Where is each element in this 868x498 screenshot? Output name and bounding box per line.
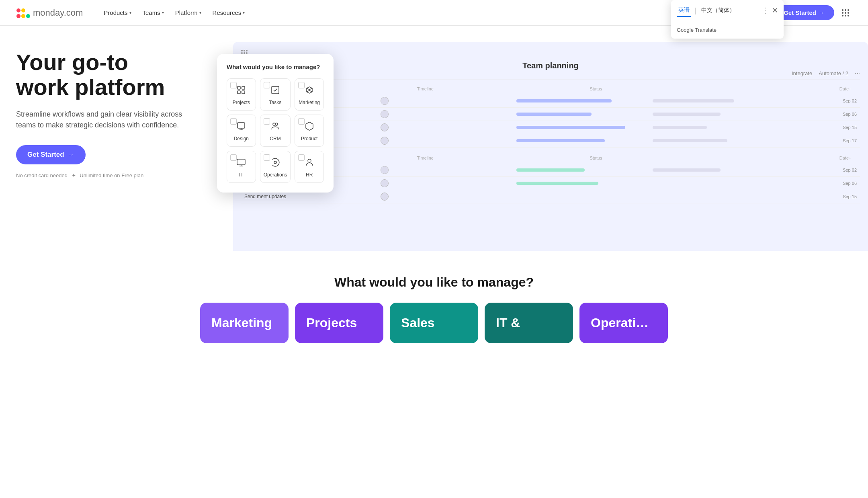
manage-item-tasks[interactable]: Tasks: [260, 78, 291, 111]
category-card-operations[interactable]: Operati…: [579, 303, 668, 343]
translate-popup: 英语 | 中文（简体） ⋮ ✕ Google Translate: [671, 0, 784, 39]
hero-title: Your go-towork platform: [16, 50, 209, 99]
hr-icon: [303, 156, 316, 169]
nav-item-resources[interactable]: Resources ▾: [208, 6, 250, 19]
manage-item-it[interactable]: IT: [227, 151, 256, 183]
chevron-down-icon: ▾: [129, 10, 131, 15]
translate-tab-english[interactable]: 英语: [677, 4, 691, 17]
dashboard-title: Team planning: [241, 61, 860, 70]
table-row: ff materials Sep 02: [241, 94, 860, 108]
tab-automate[interactable]: Automate / 2: [819, 70, 848, 76]
table-row: urces Sep 15: [241, 121, 860, 134]
svg-point-4: [21, 8, 25, 12]
translate-actions: ⋮ ✕: [762, 6, 778, 15]
svg-rect-16: [237, 91, 240, 94]
projects-icon: [235, 84, 248, 96]
svg-point-12: [845, 15, 846, 16]
manage-checkbox[interactable]: [298, 154, 305, 161]
manage-item-hr[interactable]: HR: [295, 151, 324, 183]
svg-point-9: [845, 12, 846, 14]
manage-item-label: IT: [239, 172, 244, 178]
table-row: Sep 06: [241, 177, 860, 190]
manage-checkbox[interactable]: [264, 82, 270, 88]
svg-rect-19: [237, 123, 245, 128]
svg-point-2: [26, 14, 30, 18]
translate-body: Google Translate: [671, 21, 784, 39]
manage-item-label: Design: [234, 136, 249, 141]
svg-point-0: [16, 14, 20, 18]
category-card-projects[interactable]: Projects: [295, 303, 383, 343]
manage-item-label: Projects: [233, 100, 250, 105]
translate-more-button[interactable]: ⋮: [762, 6, 769, 15]
chevron-down-icon: ▾: [199, 10, 201, 15]
svg-point-7: [848, 9, 849, 11]
bottom-section: What would you like to manage? Marketing…: [0, 251, 868, 343]
category-card-marketing[interactable]: Marketing: [200, 303, 289, 343]
category-cards: Marketing Projects Sales IT & Operati…: [16, 303, 852, 343]
svg-point-23: [274, 161, 276, 164]
manage-item-marketing[interactable]: Marketing: [295, 78, 324, 111]
tasks-icon: [269, 84, 282, 96]
category-card-title: Projects: [306, 316, 357, 330]
manage-checkbox[interactable]: [230, 154, 237, 161]
manage-item-label: Operations: [264, 172, 287, 178]
category-card-title: Operati…: [591, 316, 649, 330]
manage-checkbox[interactable]: [230, 82, 237, 88]
chevron-down-icon: ▾: [162, 10, 164, 15]
svg-point-13: [848, 15, 849, 16]
nav-item-products[interactable]: Products ▾: [99, 6, 136, 19]
manage-item-label: Marketing: [299, 100, 320, 105]
operations-icon: [269, 156, 282, 169]
category-card-it[interactable]: IT &: [485, 303, 573, 343]
category-card-title: Marketing: [211, 316, 272, 330]
svg-point-24: [308, 159, 311, 162]
manage-checkbox[interactable]: [264, 118, 270, 125]
design-icon: [235, 120, 248, 133]
translate-close-button[interactable]: ✕: [772, 6, 778, 15]
manage-item-product[interactable]: Product: [295, 115, 324, 147]
manage-grid: Projects Tasks Marketing: [227, 78, 324, 183]
manage-item-label: Tasks: [269, 100, 282, 105]
nav-links: Products ▾ Teams ▾ Platform ▾ Resources …: [99, 6, 751, 19]
nav-item-teams[interactable]: Teams ▾: [138, 6, 169, 19]
manage-item-label: HR: [306, 172, 313, 178]
manage-checkbox[interactable]: [298, 82, 305, 88]
crm-icon: [269, 120, 282, 133]
translate-divider: |: [694, 6, 696, 15]
table-row: Send ment updates Sep 15: [241, 190, 860, 203]
apps-grid-icon[interactable]: [839, 6, 852, 19]
hero-subtitle: Streamline workflows and gain clear visi…: [16, 109, 185, 131]
svg-point-10: [848, 12, 849, 14]
manage-checkbox[interactable]: [298, 118, 305, 125]
dashboard-tabs: Gantt Kanban + Integrate Automate / 2 ⋯: [241, 70, 860, 80]
dashboard-cols: Owner Timeline Status Date +: [241, 86, 860, 91]
svg-point-1: [21, 14, 25, 18]
hero-section: Your go-towork platform Streamline workf…: [0, 26, 868, 251]
manage-checkbox[interactable]: [230, 118, 237, 125]
manage-item-design[interactable]: Design: [227, 115, 256, 147]
manage-item-operations[interactable]: Operations: [260, 151, 291, 183]
manage-item-crm[interactable]: CRM: [260, 115, 291, 147]
nav-item-platform[interactable]: Platform ▾: [170, 6, 206, 19]
manage-item-projects[interactable]: Projects: [227, 78, 256, 111]
table-row: plan Sep 17: [241, 134, 860, 148]
translate-tab-chinese[interactable]: 中文（简体）: [700, 4, 737, 16]
hero-get-started-button[interactable]: Get Started →: [16, 145, 86, 164]
logo[interactable]: monday.com: [16, 7, 83, 18]
manage-dialog: What would you like to manage? Projects …: [217, 54, 334, 193]
svg-rect-14: [237, 86, 240, 89]
svg-rect-17: [242, 91, 245, 94]
logo-text: monday.com: [33, 8, 83, 18]
table-row: ge Sep 02: [241, 164, 860, 177]
hero-left: Your go-towork platform Streamline workf…: [16, 50, 209, 235]
tab-integrate[interactable]: Integrate: [792, 70, 812, 76]
manage-checkbox[interactable]: [264, 154, 270, 161]
svg-rect-15: [242, 86, 245, 89]
svg-rect-22: [237, 159, 245, 165]
svg-point-11: [842, 15, 843, 16]
tab-more[interactable]: ⋯: [855, 70, 860, 76]
category-card-title: Sales: [401, 316, 435, 330]
svg-point-3: [16, 8, 20, 12]
bottom-title: What would you like to manage?: [16, 275, 852, 290]
category-card-sales[interactable]: Sales: [390, 303, 478, 343]
